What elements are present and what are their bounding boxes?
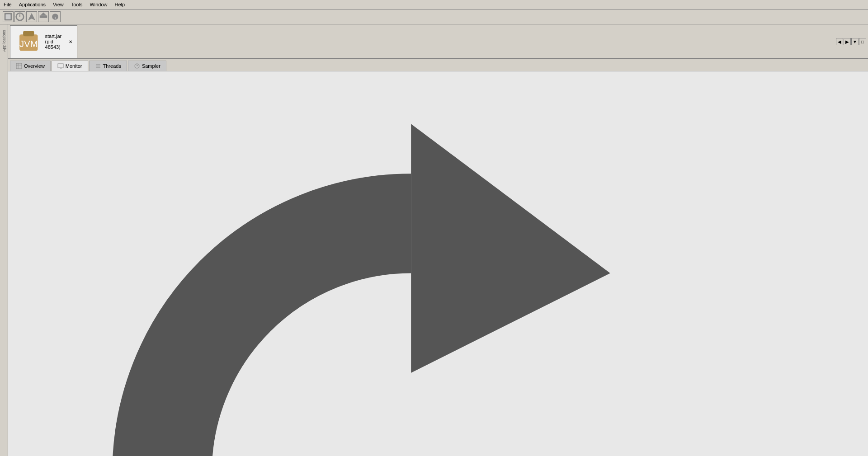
tab-nav-down[interactable]: ▼ [851,38,859,45]
toolbar-btn-5[interactable]: i [50,11,61,22]
menubar: File Applications View Tools Window Help [0,0,868,9]
tab-monitor[interactable]: Monitor [52,61,88,71]
tab-strip: JVM start.jar (pid 48543) ✕ ◀ ▶ ▼ □ [8,24,868,59]
svg-marker-22 [411,124,610,373]
threads-icon [95,63,101,69]
content-area: JVM start.jar (pid 48543) ✕ ◀ ▶ ▼ □ Over… [8,24,868,456]
main-tab[interactable]: JVM start.jar (pid 48543) ✕ [10,25,77,58]
menu-file[interactable]: File [0,1,15,8]
menu-view[interactable]: View [49,1,67,8]
svg-rect-11 [16,63,22,69]
sampler-icon [134,63,140,69]
svg-rect-14 [58,64,63,68]
toolbar: i [0,9,868,24]
main-container: Applications JVM start.jar (pid 48543) ✕… [0,24,868,456]
svg-rect-9 [23,31,34,36]
toolbar-btn-2[interactable] [14,11,25,22]
tab-nav: ◀ ▶ ▼ □ [836,38,866,45]
page-title-bar: start.jar (pid 48543) [8,71,868,456]
menu-help[interactable]: Help [111,1,129,8]
menu-applications[interactable]: Applications [15,1,49,8]
tab-close-btn[interactable]: ✕ [68,39,73,44]
toolbar-btn-1[interactable] [3,11,14,22]
toolbar-btn-4[interactable] [38,11,49,22]
tab-overview[interactable]: Overview [10,61,51,71]
tab-nav-maximize[interactable]: □ [859,38,866,45]
menu-window[interactable]: Window [86,1,111,8]
tab-nav-left[interactable]: ◀ [836,38,843,45]
tab-threads[interactable]: Threads [89,61,127,71]
sidebar-label: Applications [2,30,6,52]
svg-text:JVM: JVM [19,39,38,49]
tab-sampler[interactable]: Sampler [128,61,166,71]
sidebar: Applications [0,24,8,456]
inner-tabs: Overview Monitor Threads Sampler [8,59,868,71]
main-tab-label: start.jar (pid 48543) [45,33,66,50]
overview-icon [16,63,22,69]
svg-marker-5 [40,12,47,15]
monitor-icon [57,63,64,69]
menu-tools[interactable]: Tools [67,1,86,8]
svg-rect-1 [6,14,11,19]
refresh-icon [13,74,809,456]
tab-nav-right[interactable]: ▶ [844,38,851,45]
toolbar-btn-3[interactable] [26,11,37,22]
svg-rect-4 [40,15,47,18]
svg-text:i: i [55,15,56,20]
jar-icon: JVM [14,27,43,56]
